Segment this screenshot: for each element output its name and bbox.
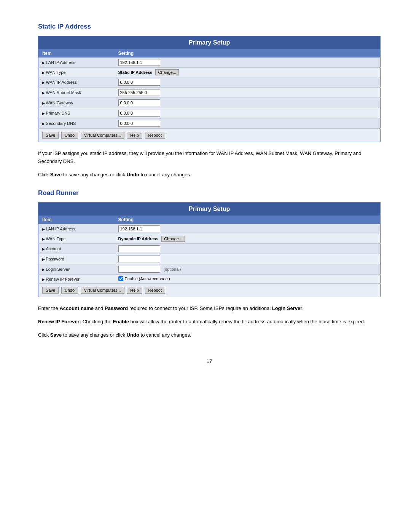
table-row: LAN IP Address (38, 58, 381, 68)
rr-account-label: Account (38, 244, 115, 254)
rr-login-server-input[interactable] (118, 266, 160, 273)
login-server-bold: Login Server (272, 305, 302, 311)
col-setting-label-2: Setting (115, 216, 381, 224)
paragraph5: Click Save to save any changes or click … (38, 331, 381, 339)
undo-bold-2: Undo (127, 332, 139, 338)
table-row: Account (38, 244, 381, 254)
rr-password-input[interactable] (118, 256, 160, 262)
paragraph1: If your ISP assigns you static IP addres… (38, 150, 381, 166)
renew-ip-forever-bold: Renew IP Forever: (38, 319, 81, 324)
save-bold-1: Save (50, 172, 62, 177)
help-button-2[interactable]: Help (127, 287, 142, 294)
undo-button-2[interactable]: Undo (61, 287, 78, 294)
table-row: Primary DNS (38, 108, 381, 118)
static-ip-table-header: Primary Setup (38, 36, 381, 50)
rr-renew-ip-setting: Enable (Auto-reconnect) (115, 275, 381, 284)
col-item-label-2: Item (38, 216, 115, 224)
help-button-1[interactable]: Help (127, 132, 142, 139)
table-footer-row: Save Undo Virtual Computers... Help Rebo… (38, 129, 381, 142)
table-row: WAN Subnet Mask (38, 88, 381, 98)
rr-login-server-setting: (optional) (115, 264, 381, 275)
table-row: Password (38, 254, 381, 264)
virtual-computers-button-2[interactable]: Virtual Computers... (81, 287, 124, 294)
col-setting-label: Setting (115, 49, 381, 58)
table-row: LAN IP Address (38, 224, 381, 234)
table-row: Login Server (optional) (38, 264, 381, 275)
password-bold: Password (105, 305, 128, 311)
wan-ip-input[interactable] (118, 79, 160, 86)
save-button-1[interactable]: Save (42, 132, 59, 139)
paragraph4: Renew IP Forever: Checking the Enable bo… (38, 318, 381, 326)
account-name-bold: Account name (59, 305, 94, 311)
rr-lan-ip-input[interactable] (118, 225, 160, 232)
renew-ip-checkbox-label[interactable]: Enable (Auto-reconnect) (118, 276, 170, 281)
lan-ip-setting (115, 58, 381, 68)
wan-subnet-setting (115, 88, 381, 98)
wan-gateway-label: WAN Gateway (38, 98, 115, 108)
primary-dns-label: Primary DNS (38, 108, 115, 118)
table-row: WAN Gateway (38, 98, 381, 108)
rr-wan-type-setting: Dynamic IP Address Change... (115, 234, 381, 244)
virtual-computers-button-1[interactable]: Virtual Computers... (81, 132, 124, 139)
wan-subnet-input[interactable] (118, 89, 160, 96)
secondary-dns-label: Secondary DNS (38, 118, 115, 129)
table-footer-row-2: Save Undo Virtual Computers... Help Rebo… (38, 284, 381, 297)
wan-ip-label: WAN IP Address (38, 77, 115, 88)
section1-title: Static IP Address (38, 23, 381, 30)
wan-type-label: WAN Type (38, 68, 115, 77)
col-item-label: Item (38, 49, 115, 58)
table-footer: Save Undo Virtual Computers... Help Rebo… (38, 129, 381, 142)
paragraph2: Click Save to save any changes or click … (38, 171, 381, 179)
rr-lan-ip-setting (115, 224, 381, 234)
rr-account-setting (115, 244, 381, 254)
undo-bold-1: Undo (127, 172, 139, 177)
table-row: WAN IP Address (38, 77, 381, 88)
wan-type-setting: Static IP Address Change... (115, 68, 381, 77)
undo-button-1[interactable]: Undo (61, 132, 78, 139)
rr-password-setting (115, 254, 381, 264)
save-bold-2: Save (50, 332, 62, 338)
table-footer-2: Save Undo Virtual Computers... Help Rebo… (38, 284, 381, 297)
wan-ip-setting (115, 77, 381, 88)
rr-password-label: Password (38, 254, 115, 264)
table-row: Secondary DNS (38, 118, 381, 129)
wan-gateway-setting (115, 98, 381, 108)
rr-wan-type-change-button[interactable]: Change... (161, 236, 185, 242)
table-row: WAN Type Dynamic IP Address Change... (38, 234, 381, 244)
road-runner-table-header: Primary Setup (38, 203, 381, 216)
static-ip-table: Primary Setup Item Setting LAN IP Addres… (38, 36, 381, 142)
page-number: 17 (38, 358, 381, 364)
primary-dns-setting (115, 108, 381, 118)
road-runner-table: Primary Setup Item Setting LAN IP Addres… (38, 202, 381, 297)
wan-type-value: Static IP Address (118, 70, 153, 75)
rr-account-input[interactable] (118, 245, 160, 252)
rr-lan-ip-label: LAN IP Address (38, 224, 115, 234)
wan-gateway-input[interactable] (118, 99, 160, 106)
rr-renew-ip-label: Renew IP Forever (38, 275, 115, 284)
save-button-2[interactable]: Save (42, 287, 59, 294)
renew-ip-checkbox[interactable] (118, 276, 123, 281)
reboot-button-2[interactable]: Reboot (145, 287, 165, 294)
wan-type-change-button[interactable]: Change... (155, 69, 179, 75)
paragraph3: Enter the Account name and Password requ… (38, 305, 381, 313)
rr-login-server-label: Login Server (38, 264, 115, 275)
lan-ip-input[interactable] (118, 59, 160, 66)
section2-title: Road Runner (38, 189, 381, 197)
primary-dns-input[interactable] (118, 110, 160, 117)
reboot-button-1[interactable]: Reboot (145, 132, 165, 139)
wan-subnet-label: WAN Subnet Mask (38, 88, 115, 98)
renew-ip-checkbox-text: Enable (Auto-reconnect) (125, 276, 170, 281)
secondary-dns-setting (115, 118, 381, 129)
table-row: Renew IP Forever Enable (Auto-reconnect) (38, 275, 381, 284)
optional-label: (optional) (164, 267, 181, 272)
secondary-dns-input[interactable] (118, 120, 160, 127)
rr-wan-type-value: Dynamic IP Address (118, 236, 159, 241)
lan-ip-label: LAN IP Address (38, 58, 115, 68)
rr-wan-type-label: WAN Type (38, 234, 115, 244)
enable-bold: Enable (113, 319, 129, 324)
table-row: WAN Type Static IP Address Change... (38, 68, 381, 77)
